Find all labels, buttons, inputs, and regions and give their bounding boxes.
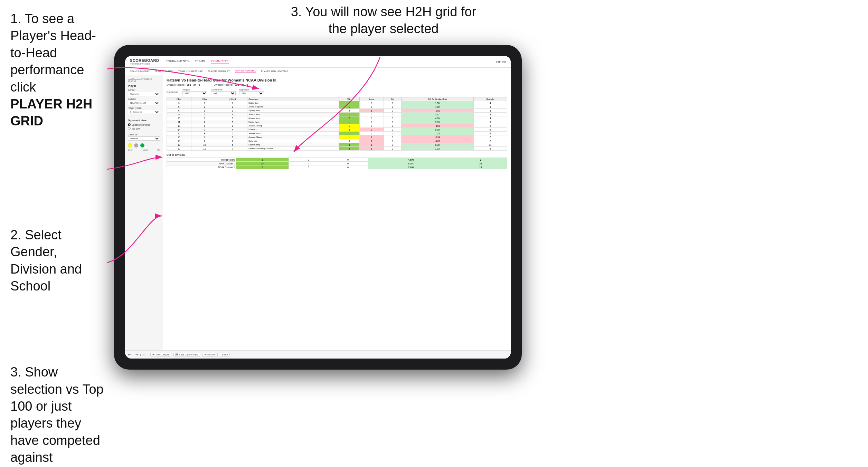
cell-rounds: 9 <box>473 128 507 132</box>
ood-cell-win: 5 <box>236 165 289 169</box>
save-custom-btn[interactable]: 💾 Save Custom View <box>173 353 200 357</box>
cell-div: 11 <box>167 120 191 124</box>
cell-tie: 0 <box>384 113 402 116</box>
region-select[interactable]: (All) <box>182 91 207 95</box>
cell-loss: 1 <box>359 143 384 147</box>
top-100-radio[interactable]: Top 100 <box>128 127 160 130</box>
cell-rounds: 7 <box>473 135 507 139</box>
cell-loss: 1 <box>359 139 384 143</box>
cell-div: 16 <box>167 135 191 139</box>
cell-rounds: 2 <box>473 124 507 128</box>
nav-sign-out[interactable]: Sign out <box>496 60 506 63</box>
main-content: Katelyn Vo Head-to-Head Grid for Women's… <box>163 75 511 350</box>
view-original-btn[interactable]: 👁 View: Original <box>150 353 171 356</box>
cell-div: 18 <box>167 139 191 143</box>
cell-tie: 0 <box>384 116 402 120</box>
cell-tie: 0 <box>384 139 402 143</box>
gender-select[interactable]: Women's <box>128 92 160 96</box>
sub-nav-team-heatmap[interactable]: TEAM H2H HEATMAP <box>178 70 203 73</box>
cell-name: Heeju Hyun <box>247 120 339 124</box>
cell-rounds: 3 <box>473 113 507 116</box>
nav-link-tournaments[interactable]: TOURNAMENTS <box>166 59 189 64</box>
cell-rounds: 3 <box>473 105 507 109</box>
cell-name: Jessica Huang <box>247 124 339 128</box>
ood-cell-tie: 0 <box>328 162 368 165</box>
division-label: Division <box>128 98 160 100</box>
colour-by-label: Colour by <box>128 133 160 136</box>
cell-loss: 0 <box>359 105 384 109</box>
cell-win: 1 <box>339 120 360 124</box>
cell-loss: 2 <box>359 128 384 132</box>
filter-row: Opponents: Region (All) Conference (All) <box>167 88 507 95</box>
cell-win: 0 <box>339 109 360 113</box>
cell-reg: 1 <box>191 124 218 128</box>
cell-win: 1 <box>339 124 360 128</box>
ood-cell-rounds: 2 <box>454 158 507 162</box>
cell-div: 20 <box>167 147 191 151</box>
cell-rounds: 4 <box>473 132 507 135</box>
cell-win: 0 <box>339 139 360 143</box>
cell-tie: 0 <box>384 147 402 151</box>
timestamp: Last Updated: 27/03/2024 16:55:38 <box>128 78 160 82</box>
cell-reg: 8 <box>191 132 218 135</box>
col-div: # Div <box>167 97 191 101</box>
undo-btn[interactable]: ↩ <box>128 353 131 356</box>
cell-reg: 6 <box>191 116 218 120</box>
cell-div: 13 <box>167 124 191 128</box>
opponent-filter: Opponent (All) <box>239 88 264 95</box>
player-rank-label: Player (Rank) <box>128 107 160 109</box>
cell-conf: 3 <box>218 135 247 139</box>
out-of-division-label: Out of division <box>167 153 507 156</box>
cell-win: 1 <box>339 105 360 109</box>
nav-link-committee[interactable]: COMMITTEE <box>211 59 229 64</box>
region-filter: Region (All) <box>182 88 207 95</box>
col-rounds: Rounds <box>473 97 507 101</box>
ood-cell-tie: 0 <box>328 165 368 169</box>
colour-by-select[interactable]: Win/loss <box>128 136 160 141</box>
opponents-played-radio[interactable]: Opponents Played <box>128 123 160 126</box>
cell-div: 15 <box>167 132 191 135</box>
opponents-filter-label: Opponents: <box>167 91 179 93</box>
ood-cell-diff: 9.267 <box>368 162 454 165</box>
sub-nav-team-summary[interactable]: TEAM SUMMARY <box>130 70 150 73</box>
share-btn[interactable]: Share <box>220 353 230 356</box>
nav-link-teams[interactable]: TEAMS <box>195 59 205 64</box>
cell-div: 19 <box>167 143 191 147</box>
opponent-select[interactable]: (All) <box>239 91 264 95</box>
cell-loss: 0 <box>359 101 384 105</box>
sub-nav-player-h2h[interactable]: PLAYER H2H GRID <box>235 69 256 73</box>
redo-btn[interactable]: ↪ <box>135 353 138 356</box>
cell-tie: 0 <box>384 124 402 128</box>
cell-diff: 3.67 <box>402 113 474 116</box>
player-select[interactable]: 8. Katelyn Vo <box>128 110 160 114</box>
h2h-table: # Div # Reg # Conf Opponent Win Loss Tie… <box>167 97 507 151</box>
col-opponent: Opponent <box>247 97 339 101</box>
ood-cell-win: 15 <box>236 162 289 165</box>
player-section-title: Player <box>128 84 160 87</box>
ood-cell-loss: 0 <box>289 165 328 169</box>
gender-label: Gender <box>128 89 160 91</box>
col-tie: Tie <box>384 97 402 101</box>
opponent-view-section: Opponent view Opponents Played Top 100 <box>128 119 160 130</box>
cell-win: 2 <box>339 147 360 151</box>
cell-tie: 0 <box>384 105 402 109</box>
sub-nav-team-h2h[interactable]: TEAM H2H GRID <box>154 70 173 73</box>
cell-name: Euna Lee <box>247 139 339 143</box>
watch-btn[interactable]: 👁 Watch ▾ <box>202 353 218 357</box>
cell-conf: 7 <box>218 147 247 151</box>
division-select[interactable]: NCAA Division III <box>128 101 160 105</box>
cell-loss: 0 <box>359 124 384 128</box>
cell-rounds: 4 <box>473 101 507 105</box>
history-btn[interactable]: ⏱ <box>143 353 145 356</box>
ood-cell-rounds: 10 <box>454 165 507 169</box>
cell-rounds: 4 <box>473 116 507 120</box>
cell-tie: 0 <box>384 109 402 113</box>
cell-div: 5 <box>167 105 191 109</box>
level-dot <box>134 143 138 147</box>
ood-cell-rounds: 30 <box>454 162 507 165</box>
sub-nav-player-heatmap[interactable]: PLAYER H2H HEATMAP <box>261 70 288 73</box>
h2h-title: Katelyn Vo Head-to-Head Grid for Women's… <box>167 78 507 82</box>
cell-reg: 1 <box>191 101 218 105</box>
sub-nav-player-summary[interactable]: PLAYER SUMMARY <box>208 70 230 73</box>
conference-select[interactable]: (All) <box>211 91 236 95</box>
